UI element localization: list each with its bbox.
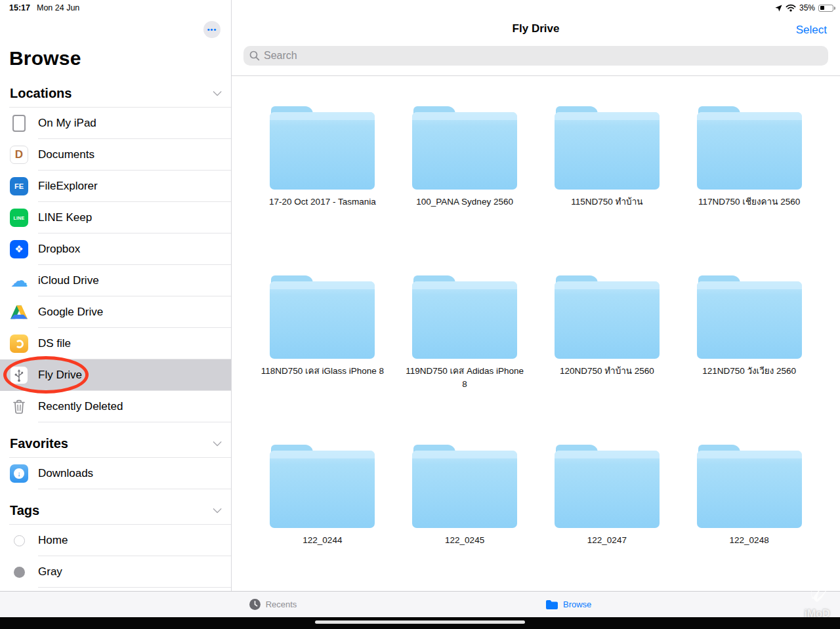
documents-app-icon: D (9, 145, 29, 165)
folder-item[interactable]: 17-20 Oct 2017 - Tasmania (251, 91, 394, 260)
main-content: Fly Drive Select 17-20 Oct 2017 - Tasman… (232, 0, 840, 591)
sidebar-item-tag-gray[interactable]: Gray (0, 556, 231, 588)
folder-item[interactable]: 122_0244 (251, 429, 394, 598)
tab-recents[interactable]: Recents (249, 598, 297, 611)
sidebar-item-label: FileExplorer (38, 180, 98, 193)
sidebar-item-label: iCloud Drive (38, 274, 99, 287)
home-indicator[interactable] (315, 620, 525, 624)
content-header: Fly Drive Select (232, 0, 840, 43)
folder-icon (270, 275, 375, 359)
sidebar-item-ds-file[interactable]: DS file (0, 328, 231, 359)
folder-icon (270, 445, 375, 528)
tag-circle-white-icon (9, 531, 29, 550)
sidebar-item-icloud-drive[interactable]: ☁ iCloud Drive (0, 265, 231, 296)
folder-icon (270, 106, 375, 190)
sidebar-item-label: Recently Deleted (38, 400, 123, 413)
sidebar-item-label: Fly Drive (38, 369, 82, 382)
folder-item[interactable]: 120ND750 ทำบ้าน 2560 (536, 260, 679, 429)
ipad-icon (9, 113, 29, 133)
folder-item[interactable]: 119ND750 เคส Adidas iPhone 8 (394, 260, 536, 429)
folder-label: 121ND750 วังเวียง 2560 (688, 365, 811, 378)
search-input[interactable] (264, 50, 822, 62)
downloads-icon: ↓ (9, 464, 29, 483)
section-label: Locations (10, 86, 72, 101)
section-header-locations[interactable]: Locations (0, 79, 231, 108)
status-bar-left: 15:17Mon 24 Jun (9, 3, 79, 12)
sidebar-item-on-my-ipad[interactable]: On My iPad (0, 108, 231, 139)
folder-item[interactable]: 117ND750 เชียงคาน 2560 (678, 91, 820, 260)
folder-label: 17-20 Oct 2017 - Tasmania (261, 195, 384, 209)
folder-icon (555, 106, 660, 190)
chevron-down-icon (213, 87, 222, 96)
tab-label: Browse (563, 599, 591, 609)
section-header-tags[interactable]: Tags (0, 496, 231, 525)
sidebar-item-label: LINE Keep (38, 211, 92, 224)
folder-item[interactable]: 118ND750 เคส iGlass iPhone 8 (251, 260, 394, 429)
folder-label: 115ND750 ทำบ้าน (545, 195, 669, 209)
tab-browse[interactable]: Browse (545, 599, 591, 610)
folder-icon (697, 275, 802, 359)
dropbox-app-icon: ❖ (9, 239, 29, 259)
sidebar-item-fly-drive[interactable]: Fly Drive (0, 359, 231, 391)
status-date: Mon 24 Jun (37, 3, 79, 12)
select-button[interactable]: Select (796, 24, 827, 37)
folder-label: 120ND750 ทำบ้าน 2560 (545, 365, 669, 378)
folder-label: 122_0248 (688, 534, 811, 547)
folder-item[interactable]: 122_0247 (536, 429, 679, 598)
google-drive-icon (9, 302, 29, 322)
clock-icon (249, 598, 261, 611)
sidebar-item-label: Google Drive (38, 306, 103, 319)
folder-icon (412, 445, 517, 528)
chevron-down-icon (213, 504, 222, 514)
folder-item[interactable]: 100_PANA Sydney 2560 (394, 91, 536, 260)
more-options-button[interactable]: ••• (203, 21, 220, 38)
sidebar: ••• Browse Locations On My iPad D Docume… (0, 0, 232, 591)
folder-label: 122_0245 (403, 534, 526, 547)
folder-item[interactable]: 115ND750 ทำบ้าน (536, 91, 679, 260)
search-icon (249, 51, 260, 61)
sidebar-item-google-drive[interactable]: Google Drive (0, 296, 231, 328)
section-header-favorites[interactable]: Favorites (0, 429, 231, 458)
sidebar-item-label: On My iPad (38, 117, 96, 130)
folder-icon (697, 445, 802, 528)
tag-circle-gray-icon (9, 562, 29, 582)
folder-tab-icon (545, 599, 558, 610)
icloud-drive-icon: ☁ (9, 271, 29, 291)
sidebar-item-documents[interactable]: D Documents (0, 139, 231, 171)
sidebar-item-label: Downloads (38, 467, 93, 480)
fileexplorer-app-icon: FE (9, 176, 29, 196)
sidebar-title: Browse (9, 47, 231, 70)
page-title: Fly Drive (232, 22, 840, 35)
sidebar-item-recently-deleted[interactable]: Recently Deleted (0, 391, 231, 422)
folder-label: 118ND750 เคส iGlass iPhone 8 (261, 365, 384, 378)
home-indicator-bar (0, 617, 840, 629)
folder-item[interactable]: 121ND750 วังเวียง 2560 (678, 260, 820, 429)
folder-icon (697, 106, 802, 190)
folder-icon (412, 275, 517, 359)
search-bar (243, 46, 828, 66)
folder-item[interactable]: 122_0248 (678, 429, 820, 598)
section-label: Favorites (10, 436, 68, 451)
sidebar-item-downloads[interactable]: ↓ Downloads (0, 458, 231, 489)
sidebar-item-label: Documents (38, 148, 94, 161)
sidebar-item-label: DS file (38, 337, 71, 350)
status-bar-right: 35% (775, 3, 833, 12)
folder-icon (555, 445, 660, 528)
sidebar-item-line-keep[interactable]: LINE LINE Keep (0, 202, 231, 233)
folder-icon (555, 275, 660, 359)
sidebar-item-label: Dropbox (38, 243, 80, 256)
chevron-down-icon (213, 437, 222, 447)
folder-icon (412, 106, 517, 190)
folder-label: 117ND750 เชียงคาน 2560 (688, 195, 811, 209)
sidebar-item-tag-home[interactable]: Home (0, 525, 231, 556)
sidebar-item-fileexplorer[interactable]: FE FileExplorer (0, 171, 231, 202)
sidebar-item-label: Home (38, 534, 68, 547)
usb-drive-icon (9, 365, 29, 385)
bottom-tab-bar: Recents Browse (0, 591, 840, 617)
folder-label: 100_PANA Sydney 2560 (403, 195, 526, 209)
sidebar-item-dropbox[interactable]: ❖ Dropbox (0, 233, 231, 265)
battery-percent: 35% (799, 3, 815, 12)
battery-icon (818, 5, 833, 12)
folder-item[interactable]: 122_0245 (394, 429, 536, 598)
trash-icon (9, 397, 29, 416)
